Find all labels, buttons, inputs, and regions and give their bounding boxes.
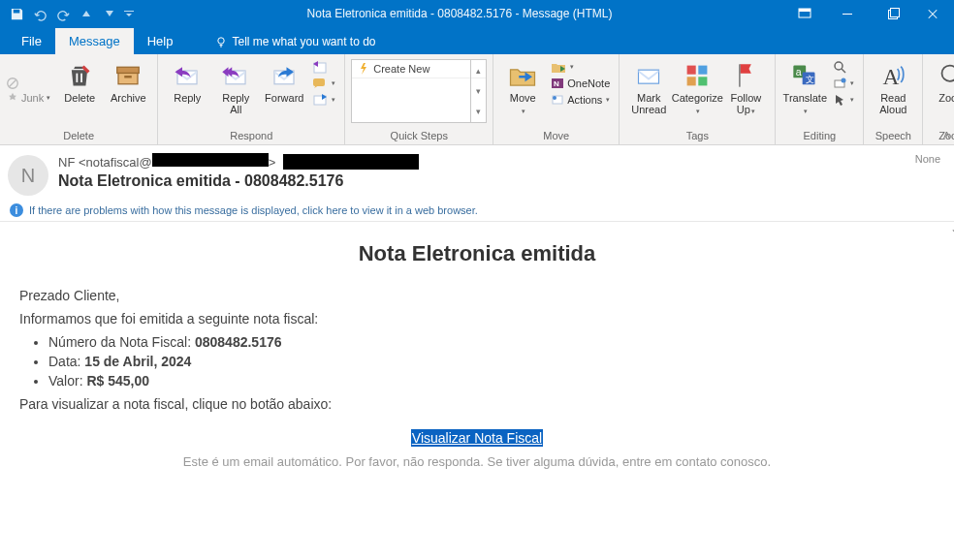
- group-editing-label: Editing: [781, 128, 857, 144]
- mark-unread-button[interactable]: Mark Unread: [625, 57, 672, 115]
- maximize-button[interactable]: [869, 0, 911, 27]
- previous-item-icon[interactable]: [76, 3, 97, 24]
- svg-line-31: [842, 69, 845, 73]
- svg-rect-21: [687, 66, 696, 75]
- info-icon: i: [10, 203, 23, 217]
- undo-icon[interactable]: [29, 3, 50, 24]
- from-line: NF <notafiscal@>: [58, 153, 906, 170]
- reply-all-button[interactable]: Reply All: [212, 57, 259, 115]
- read-aloud-button[interactable]: A Read Aloud: [870, 57, 916, 115]
- mark-unread-label: Mark Unread: [631, 92, 666, 115]
- svg-rect-7: [117, 67, 140, 73]
- categorize-button[interactable]: Categorize▾: [674, 57, 720, 117]
- archive-button[interactable]: Archive: [105, 57, 151, 104]
- scroll-down-icon[interactable]: ⌄: [950, 222, 954, 235]
- quick-access-toolbar: [0, 3, 136, 24]
- flag-icon: [735, 59, 756, 92]
- find-icon: [833, 60, 846, 74]
- group-quicksteps-label: Quick Steps: [351, 128, 487, 144]
- svg-rect-14: [313, 78, 325, 86]
- gallery-up-icon[interactable]: ▴: [471, 60, 486, 80]
- svg-rect-8: [118, 74, 138, 84]
- translate-button[interactable]: a文 Translate▾: [781, 57, 828, 117]
- delete-button[interactable]: Delete: [56, 57, 103, 104]
- close-button[interactable]: [911, 0, 954, 27]
- junk-button[interactable]: Junk▾: [6, 91, 54, 105]
- ribbon-tabs: File Message Help Tell me what you want …: [0, 27, 954, 54]
- collapse-ribbon-icon[interactable]: ᐱ: [943, 130, 950, 140]
- follow-up-label: Follow Up: [730, 92, 761, 115]
- junk-icon: [6, 91, 19, 105]
- minimize-button[interactable]: [826, 0, 869, 27]
- gallery-down-icon[interactable]: ▾: [471, 80, 486, 101]
- onenote-button[interactable]: N OneNote: [548, 76, 613, 91]
- ribbon-display-options-icon[interactable]: [783, 0, 826, 27]
- svg-rect-25: [739, 64, 741, 86]
- quick-steps-gallery[interactable]: Create New ▴ ▾ ▾: [351, 59, 487, 123]
- cta-text: Para visualizar a nota fiscal, clique no…: [19, 396, 935, 412]
- move-icon: [508, 59, 537, 92]
- select-button[interactable]: ▾: [830, 92, 857, 108]
- translate-icon: a文: [791, 59, 818, 92]
- tab-message[interactable]: Message: [55, 28, 134, 54]
- save-icon[interactable]: [6, 3, 27, 24]
- svg-rect-22: [699, 66, 708, 75]
- tell-me-search[interactable]: Tell me what you want to do: [186, 35, 385, 54]
- group-quick-steps: Create New ▴ ▾ ▾ Quick Steps: [345, 54, 493, 144]
- tab-help[interactable]: Help: [134, 28, 187, 54]
- next-item-icon[interactable]: [99, 3, 120, 24]
- zoom-button[interactable]: Zoom: [929, 57, 954, 104]
- view-invoice-link[interactable]: Visualizar Nota Fiscal: [411, 429, 543, 447]
- forward-button[interactable]: Forward: [261, 57, 307, 104]
- group-respond: Reply Reply All Forward ▾: [158, 54, 345, 144]
- delete-label: Delete: [64, 92, 95, 104]
- zoom-label: Zoom: [938, 92, 954, 104]
- gallery-more-icon[interactable]: ▾: [471, 102, 486, 122]
- ignore-button[interactable]: [6, 77, 54, 90]
- meeting-button[interactable]: [309, 59, 338, 75]
- rules-icon: [551, 60, 566, 74]
- group-tags-label: Tags: [625, 128, 769, 144]
- im-button[interactable]: ▾: [309, 76, 338, 91]
- tab-file[interactable]: File: [8, 28, 55, 54]
- move-button[interactable]: Move▾: [499, 57, 546, 117]
- message-body: ⌄ Nota Eletronica emitida Prezado Client…: [0, 222, 954, 551]
- reply-all-label: Reply All: [222, 92, 249, 115]
- group-tags: Mark Unread Categorize▾ Follow Up▾ Tags: [620, 54, 776, 144]
- nf-value-label: Valor:: [48, 373, 86, 389]
- svg-text:N: N: [554, 79, 559, 88]
- actions-button[interactable]: Actions▾: [548, 92, 613, 108]
- onenote-label: OneNote: [567, 78, 610, 89]
- info-bar[interactable]: i If there are problems with how this me…: [0, 200, 954, 222]
- window-title: Nota Eletronica emitida - 0808482.5176 -…: [136, 7, 783, 20]
- onenote-icon: N: [551, 77, 564, 90]
- ignore-icon: [6, 77, 19, 90]
- nf-date-value: 15 de Abril, 2024: [84, 354, 191, 369]
- group-respond-label: Respond: [164, 128, 338, 144]
- related-button[interactable]: ▾: [830, 76, 857, 91]
- body-title: Nota Eletronica emitida: [19, 241, 935, 266]
- archive-icon: [113, 59, 143, 92]
- svg-rect-6: [80, 74, 82, 82]
- redacted-domain: [152, 153, 269, 167]
- follow-up-button[interactable]: Follow Up▾: [722, 57, 769, 117]
- rules-button[interactable]: ▾: [548, 59, 613, 75]
- forward-icon: [270, 59, 299, 92]
- read-aloud-label: Read Aloud: [879, 92, 906, 115]
- group-editing: a文 Translate▾ ▾ ▾ Editing: [776, 54, 864, 144]
- group-zoom-label: Zoom: [929, 128, 954, 144]
- reply-button[interactable]: Reply: [164, 57, 210, 104]
- list-item: Valor: R$ 545,00: [48, 373, 935, 389]
- move-label: Move: [510, 92, 536, 104]
- respond-more-button[interactable]: ▾: [309, 92, 338, 108]
- mark-unread-icon: [635, 59, 662, 92]
- redo-icon[interactable]: [52, 3, 74, 24]
- find-button[interactable]: [830, 59, 857, 75]
- quick-step-create-new[interactable]: Create New: [352, 60, 486, 78]
- svg-rect-23: [687, 77, 696, 85]
- qat-customize-icon[interactable]: [122, 3, 136, 24]
- archive-label: Archive: [111, 92, 146, 104]
- ribbon: Junk▾ Delete Archive Delete: [0, 54, 954, 145]
- read-aloud-icon: A: [880, 59, 906, 92]
- svg-text:A: A: [883, 64, 900, 89]
